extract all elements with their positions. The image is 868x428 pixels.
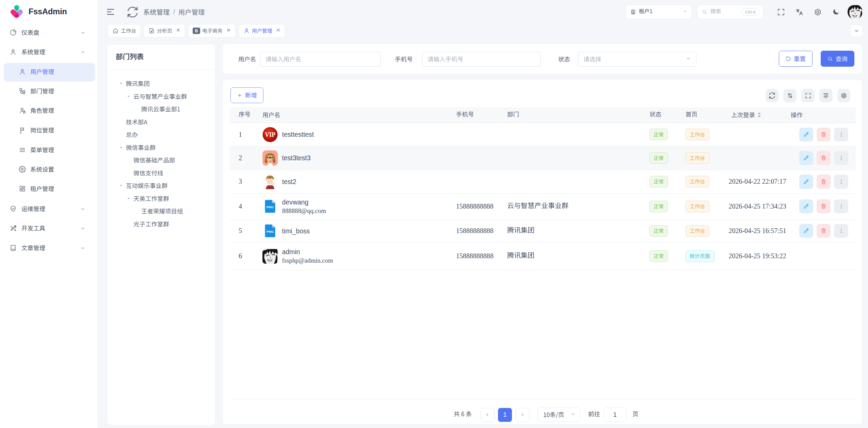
- svg-text:VIP: VIP: [265, 131, 275, 138]
- svg-text:PNG: PNG: [267, 205, 274, 209]
- svg-text:PNG: PNG: [267, 230, 274, 233]
